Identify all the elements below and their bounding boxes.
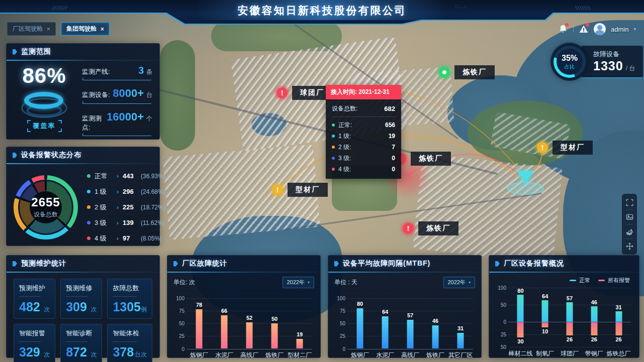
bar-value-label: 52 [237,315,262,321]
marker-status-icon [439,67,450,78]
faults-bar-chart: 02550751007866525019炼钢厂水泥厂高线厂炼铁厂型材二厂 [171,290,314,359]
bar-column[interactable]: 50 [262,298,287,348]
gauge-percent: 35% [562,54,578,63]
coverage-percent: 86% [10,64,79,88]
grid-line [508,347,631,347]
tooltip-row-label: 正常: [338,121,352,130]
category-label: 制氧厂 [533,349,558,358]
stat-card[interactable]: 预测维修309次 [60,279,102,319]
legend-value: 225 [123,203,141,211]
dashboard-root: 炼铁厂!球团厂!型材厂!炼铁厂!型材厂!炼铁厂 接入时间: 2021-12-31… [0,0,644,362]
user-avatar[interactable] [594,23,606,35]
bar-column[interactable]: 4626 [582,288,606,347]
username-label[interactable]: admin [611,26,628,33]
tooltip-row-value: 656 [385,122,395,129]
year-select[interactable]: 2022年▾ [283,277,315,288]
factory-marker-warning[interactable]: !型材厂 [537,141,593,155]
legend-name: 正常 [95,172,116,181]
panel-title: 设备平均故障间隔(MTBF) [343,259,430,268]
category-label: 型材二厂 [287,351,312,359]
bar-value-label: 19 [287,331,312,337]
panel-mtbf: 设备平均故障间隔(MTBF) 单位 : 天 2022年▾ 02550751008… [328,255,482,358]
marker-status-icon: ! [272,184,283,195]
alarm-legend-row: 4 级›97(8.05%) [87,230,165,246]
bar-value-label: 31 [448,325,473,331]
bar-column[interactable]: 57 [398,298,423,348]
scope-row-unit: 台 [146,91,152,99]
tab-close-icon[interactable]: × [101,26,104,33]
tooltip-row: 3 级:0 [332,153,395,164]
tooltip-dot-icon [332,157,335,160]
marker-inner-dot [442,70,446,74]
tab-close-icon[interactable]: × [47,26,50,33]
bar [297,339,303,348]
bar-column[interactable]: 5726 [558,288,582,347]
bar-column[interactable]: 80 [347,298,373,348]
bar-column[interactable]: 64 [373,298,398,348]
factory-marker-alarm[interactable]: !炼铁厂 [403,221,458,235]
bar-column[interactable]: 19 [287,298,312,348]
settings-gear-icon[interactable] [622,225,637,238]
coverage-label: 覆盖率 [27,120,62,132]
gauge-percent-label: 占比 [565,63,575,70]
bar-value-label: 80 [508,288,533,294]
tooltip-row: 2 级:7 [332,142,395,153]
stat-card[interactable]: 智能诊断872次 [60,324,102,362]
legend-percent: (18.72%) [141,204,165,211]
alarm-bell-icon[interactable] [558,24,568,34]
stat-card[interactable]: 预测维护482次 [14,279,55,319]
stat-card-label: 预测维护 [19,284,50,293]
factory-marker-normal[interactable]: 炼铁厂 [439,65,495,79]
panel-alarm-distribution: 设备报警状态分布 2655 设备总数 正常›443(36.93%)1 级›296… [6,147,160,246]
bar-column[interactable]: 66 [212,298,237,348]
category-label: 球团厂 [558,349,582,358]
panel-marker-icon [495,261,500,267]
panel-marker-icon [13,261,17,267]
bar-column[interactable]: 31 [448,298,473,348]
legend-arrow-icon: › [117,173,119,180]
user-dropdown-caret[interactable]: ▾ [633,27,636,32]
tab-group-cockpit[interactable]: 集团驾驶舱× [61,22,110,36]
panel-marker-icon [334,261,339,267]
bar-column[interactable]: 6410 [533,288,558,347]
tab-factory-cockpit[interactable]: 厂区驾驶舱× [7,22,56,36]
legend-item: 所有报警 [598,277,630,284]
scope-row-value: 3 [138,65,144,76]
bar-column[interactable]: 46 [423,298,448,348]
legend-dot-icon [87,205,90,209]
monitor-scope-row: 监测测点:16000+个 [82,110,152,136]
stat-card[interactable]: 智能报警329次 [14,324,55,362]
bar-column[interactable]: 78 [187,298,212,348]
unit-label: 单位: 次 [173,278,195,287]
screenshot-icon[interactable] [622,210,637,223]
legend-percent: (36.93%) [141,173,165,180]
bar-column[interactable]: 52 [237,298,262,348]
factory-marker-warning[interactable]: !型材厂 [272,183,328,197]
factory-marker-alarm[interactable]: !球团厂 [277,86,332,100]
stat-card-unit: 台次 [135,350,147,359]
warning-triangle-icon[interactable] [579,24,589,34]
stat-card[interactable]: 智能体检378台次 [107,324,152,362]
fault-device-label: 故障设备 [593,50,635,59]
panel-alarm-overview: 厂区设备报警概况 正常所有报警1005002550803064105726462… [489,255,639,358]
bar-normal [517,295,524,322]
year-select[interactable]: 2022年▾ [443,277,476,288]
stat-card[interactable]: 故障总数1305例 [107,279,152,319]
tooltip-row-value: 0 [392,166,395,173]
fullscreen-icon[interactable] [622,196,637,209]
factory-marker-alarm[interactable]: !炼铁厂 [395,152,451,166]
bar-column[interactable]: 8030 [508,288,533,347]
legend-label: 正常 [579,277,590,284]
bar-column[interactable]: 3126 [606,288,631,347]
legend-swatch [598,280,605,281]
alarm-legend-row: 正常›443(36.93%) [87,168,165,184]
tab-label: 厂区驾驶舱 [13,25,43,33]
stat-card-value: 329 [19,345,40,359]
pan-move-icon[interactable] [622,239,637,253]
legend-percent: (8.05%) [141,235,162,242]
divider [66,296,87,297]
select-caret-icon: ▾ [308,280,310,285]
bar [407,320,414,348]
y-axis-tick: 0 [493,319,506,325]
bar-normal [542,300,548,322]
